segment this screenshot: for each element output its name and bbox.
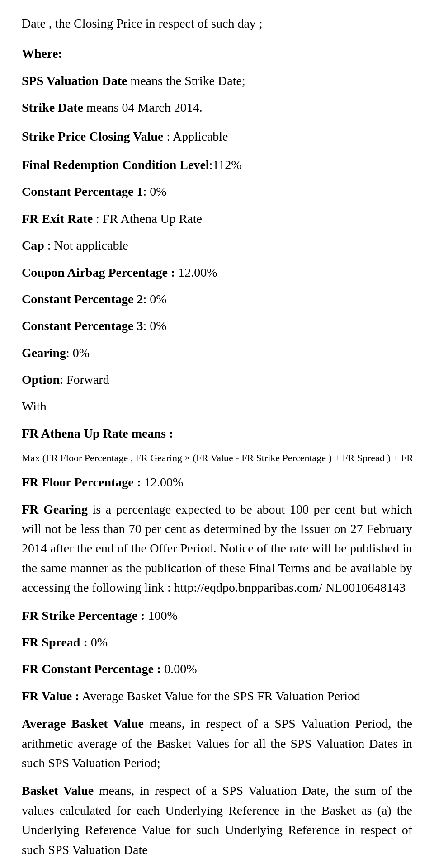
fr-athena-heading: FR Athena Up Rate means : bbox=[22, 426, 173, 440]
where-section: Where: SPS Valuation Date means the Stri… bbox=[22, 44, 412, 117]
fr-value-line: FR Value : Average Basket Value for the … bbox=[22, 686, 412, 706]
cap-rest: : Not applicable bbox=[44, 238, 128, 252]
option-line: Option: Forward bbox=[22, 370, 412, 389]
with-text: With bbox=[22, 399, 47, 413]
cap-line: Cap : Not applicable bbox=[22, 236, 412, 255]
fr-constant-label: FR Constant Percentage : bbox=[22, 662, 161, 676]
coupon-airbag-value: 12.00% bbox=[175, 265, 217, 279]
strike-price-section: Strike Price Closing Value : Applicable bbox=[22, 127, 412, 146]
avg-basket-bold: Average Basket Value bbox=[22, 717, 144, 731]
strike-date-line: Strike Date means 04 March 2014. bbox=[22, 98, 412, 117]
top-partial-content: Date , the Closing Price in respect of s… bbox=[22, 16, 263, 30]
constant-pct2-label: Constant Percentage 2 bbox=[22, 292, 143, 306]
gearing-line: Gearing: 0% bbox=[22, 343, 412, 363]
gearing-rest: : 0% bbox=[66, 346, 90, 360]
fr-floor-value: 12.00% bbox=[141, 475, 183, 489]
formula-line: Max (FR Floor Percentage , FR Gearing × … bbox=[22, 450, 412, 465]
top-partial-text: Date , the Closing Price in respect of s… bbox=[22, 14, 412, 33]
sps-valuation-rest: means the Strike Date; bbox=[127, 74, 245, 88]
sps-valuation-line: SPS Valuation Date means the Strike Date… bbox=[22, 71, 412, 90]
fr-exit-rate-rest: : FR Athena Up Rate bbox=[93, 212, 202, 226]
formula-text: Max (FR Floor Percentage , FR Gearing × … bbox=[22, 452, 412, 463]
fr-floor-label: FR Floor Percentage : bbox=[22, 475, 141, 489]
fr-spread-line: FR Spread : 0% bbox=[22, 632, 412, 652]
constant-pct3-rest: : 0% bbox=[143, 319, 167, 333]
constant-pct2-line: Constant Percentage 2: 0% bbox=[22, 289, 412, 309]
page-container: Date , the Closing Price in respect of s… bbox=[0, 0, 434, 868]
with-line: With bbox=[22, 396, 412, 416]
strike-date-rest: means 04 March 2014. bbox=[83, 100, 203, 114]
constant-pct3-line: Constant Percentage 3: 0% bbox=[22, 316, 412, 335]
strike-price-heading: Strike Price Closing Value bbox=[22, 129, 163, 143]
fr-exit-rate-label: FR Exit Rate bbox=[22, 212, 93, 226]
constant-pct1-rest: : 0% bbox=[143, 184, 167, 198]
fr-strike-line: FR Strike Percentage : 100% bbox=[22, 606, 412, 625]
option-rest: : Forward bbox=[60, 373, 109, 387]
cap-label: Cap bbox=[22, 238, 44, 252]
where-label-line: Where: bbox=[22, 44, 412, 63]
option-label: Option bbox=[22, 373, 60, 387]
final-redemption-line: Final Redemption Condition Level:112% bbox=[22, 155, 412, 175]
fr-constant-value: 0.00% bbox=[161, 662, 197, 676]
fr-spread-label: FR Spread : bbox=[22, 635, 88, 649]
constant-pct1-label: Constant Percentage 1 bbox=[22, 184, 143, 198]
fr-constant-line: FR Constant Percentage : 0.00% bbox=[22, 659, 412, 679]
fr-spread-value: 0% bbox=[88, 635, 108, 649]
where-label: Where: bbox=[22, 47, 62, 61]
constant-pct3-label: Constant Percentage 3 bbox=[22, 319, 143, 333]
fr-strike-value: 100% bbox=[145, 609, 177, 623]
strike-date-label: Strike Date bbox=[22, 100, 83, 114]
basket-value-bold: Basket Value bbox=[22, 783, 94, 797]
final-redemption-label: Final Redemption Condition Level bbox=[22, 158, 209, 172]
strike-price-rest: : Applicable bbox=[163, 129, 228, 143]
fr-value-rest: Average Basket Value for the SPS FR Valu… bbox=[80, 689, 360, 703]
fr-gearing-bold: FR Gearing bbox=[22, 502, 88, 516]
final-redemption-rest: :112% bbox=[209, 158, 242, 172]
fr-strike-label: FR Strike Percentage : bbox=[22, 609, 145, 623]
coupon-airbag-label: Coupon Airbag Percentage : bbox=[22, 265, 175, 279]
fr-value-label: FR Value : bbox=[22, 689, 80, 703]
gearing-label: Gearing bbox=[22, 346, 66, 360]
fr-gearing-paragraph: FR Gearing is a percentage expected to b… bbox=[22, 500, 412, 598]
constant-pct2-rest: : 0% bbox=[143, 292, 167, 306]
sps-valuation-label: SPS Valuation Date bbox=[22, 74, 127, 88]
constant-pct1-line: Constant Percentage 1: 0% bbox=[22, 182, 412, 201]
fr-floor-line: FR Floor Percentage : 12.00% bbox=[22, 472, 412, 492]
basket-value-paragraph: Basket Value means, in respect of a SPS … bbox=[22, 781, 412, 859]
coupon-airbag-line: Coupon Airbag Percentage : 12.00% bbox=[22, 263, 412, 282]
avg-basket-paragraph: Average Basket Value means, in respect o… bbox=[22, 714, 412, 773]
fr-athena-heading-line: FR Athena Up Rate means : bbox=[22, 424, 412, 443]
fr-exit-rate-line: FR Exit Rate : FR Athena Up Rate bbox=[22, 209, 412, 228]
